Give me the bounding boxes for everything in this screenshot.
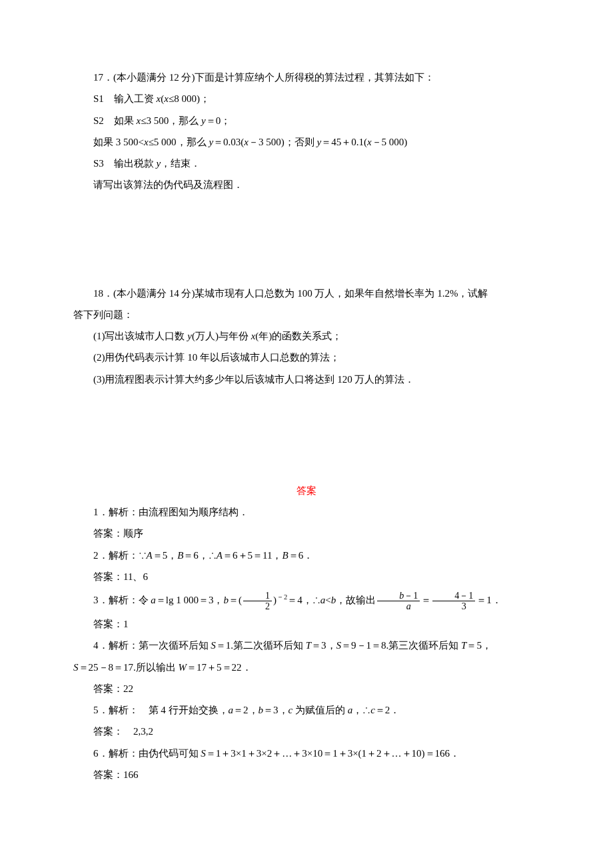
text: ＝25－8＝17.所以输出 <box>79 662 179 673</box>
a4-answer: 答案：22 <box>73 678 540 699</box>
text: ≤5 000，那么 <box>149 137 209 147</box>
var-x: x <box>164 93 169 104</box>
var-w: W <box>179 662 187 673</box>
text: ，故输出 <box>336 595 376 605</box>
var-s: S <box>336 640 342 651</box>
text: ，结束． <box>161 158 201 169</box>
q17-s2-cont: 如果 3 500<x≤5 000，那么 y＝0.03(x－3 500)；否则 y… <box>73 131 540 153</box>
text: ＝( <box>229 595 242 605</box>
text: ＝0.03( <box>213 137 244 147</box>
text: (万人)与年份 <box>192 331 251 341</box>
text: (1)写出该城市人口数 <box>93 331 187 341</box>
text: ＝2． <box>375 705 400 715</box>
text: S3 输出税款 <box>93 158 157 169</box>
q17-s1: S1 输入工资 x(x≤8 000)； <box>73 88 540 109</box>
text: 3．解析：令 <box>93 595 151 605</box>
numerator: 4－1 <box>432 591 475 601</box>
a2-answer: 答案：11、6 <box>73 566 540 587</box>
text: 5．解析： 第 4 行开始交换， <box>93 705 229 715</box>
text: ＝0； <box>206 115 231 126</box>
text: 4．解析：第一次循环后知 <box>93 640 211 651</box>
text: S2 如果 <box>93 115 137 126</box>
var-c: c <box>370 705 375 715</box>
var-s: S <box>211 640 216 651</box>
var-a: A <box>217 550 223 561</box>
answer-heading: 答案 <box>73 480 540 501</box>
q18-p3: (3)用流程图表示计算大约多少年以后该城市人口将达到 120 万人的算法． <box>73 369 540 390</box>
text: ＝1． <box>476 595 502 605</box>
q17-title: 17．(本小题满分 12 分)下面是计算应纳个人所得税的算法过程，其算法如下： <box>73 67 540 88</box>
a5-explanation: 5．解析： 第 4 行开始交换，a＝2，b＝3，c 为赋值后的 a，∴c＝2． <box>73 699 540 721</box>
text: ＝3， <box>311 640 336 651</box>
text: 2．解析：∵ <box>93 550 147 561</box>
text: －5 000) <box>372 137 408 147</box>
text: ≤8 000)； <box>169 93 210 104</box>
text: －1 <box>404 591 418 601</box>
text: ＝2， <box>233 705 259 715</box>
text: ＝45＋0.1( <box>321 137 367 147</box>
text: ＝lg 1 000＝3， <box>156 595 224 605</box>
q18-title-line2: 答下列问题： <box>73 304 540 325</box>
numerator: b－1 <box>377 591 420 601</box>
text: ＝1.第二次循环后知 <box>216 640 306 651</box>
text: S1 输入工资 <box>93 93 157 104</box>
var-b: b <box>223 595 229 605</box>
var-s: S <box>73 662 79 673</box>
text: 如果 3 500< <box>93 137 144 147</box>
text: ＝6，∴ <box>183 550 217 561</box>
text: ＝6＋5＝11， <box>223 550 282 561</box>
text: ＝5， <box>466 640 492 651</box>
a4-explanation-line1: 4．解析：第一次循环后知 S＝1.第二次循环后知 T＝3，S＝9－1＝8.第三次… <box>73 635 540 656</box>
a6-explanation: 6．解析：由伪代码可知 S＝1＋3×1＋3×2＋…＋3×10＝1＋3×(1＋2＋… <box>73 743 540 764</box>
var-a: a <box>151 595 156 605</box>
var-y: y <box>187 331 192 341</box>
text: ＝ <box>421 595 431 605</box>
text: －3 500)；否则 <box>249 137 317 147</box>
q17-s2: S2 如果 x≤3 500，那么 y＝0； <box>73 110 540 131</box>
denominator: 2 <box>243 601 272 611</box>
var-b: B <box>282 550 288 561</box>
q18-title-line1: 18．(本小题满分 14 分)某城市现有人口总数为 100 万人，如果年自然增长… <box>73 283 540 304</box>
a4-explanation-line2: S＝25－8＝17.所以输出 W＝17＋5＝22． <box>73 657 540 678</box>
var-b: B <box>177 550 183 561</box>
a1-explanation: 1．解析：由流程图知为顺序结构． <box>73 501 540 523</box>
a3-explanation: 3．解析：令 a＝lg 1 000＝3，b＝(12)－2＝4，∴a<b，故输出b… <box>73 587 540 613</box>
var-a: a <box>229 705 234 715</box>
text: ＝3， <box>263 705 289 715</box>
text: ＝5， <box>153 550 178 561</box>
var-t: T <box>306 640 311 651</box>
denominator: 3 <box>432 601 475 611</box>
var-b: b <box>259 705 264 715</box>
q17-ask: 请写出该算法的伪代码及流程图． <box>73 174 540 195</box>
var-x: x <box>367 137 372 147</box>
text: ，∴ <box>352 705 370 715</box>
a3-answer: 答案：1 <box>73 613 540 635</box>
fraction: 4－13 <box>432 591 475 612</box>
numerator: 1 <box>243 591 272 601</box>
var-a: A <box>147 550 153 561</box>
text: ＝4，∴ <box>287 595 320 605</box>
spacer <box>73 196 540 283</box>
a2-explanation: 2．解析：∵A＝5，B＝6，∴A＝6＋5＝11，B＝6． <box>73 545 540 566</box>
q17-s3: S3 输出税款 y，结束． <box>73 153 540 174</box>
var-x: x <box>144 137 149 147</box>
q18-p1: (1)写出该城市人口数 y(万人)与年份 x(年)的函数关系式； <box>73 325 540 347</box>
q18-p2: (2)用伪代码表示计算 10 年以后该城市人口总数的算法； <box>73 347 540 368</box>
denominator: a <box>377 601 420 611</box>
fraction: b－1a <box>377 591 420 612</box>
a1-answer: 答案：顺序 <box>73 523 540 544</box>
text: ＝9－1＝8.第三次循环后知 <box>341 640 461 651</box>
text: < <box>325 595 330 605</box>
spacer <box>73 390 540 480</box>
text: (年)的函数关系式； <box>255 331 342 341</box>
var-s: S <box>201 748 206 759</box>
a5-answer: 答案： 2,3,2 <box>73 721 540 742</box>
text: 为赋值后的 <box>293 705 348 715</box>
text: ＝6． <box>289 550 314 561</box>
a6-answer: 答案：166 <box>73 764 540 785</box>
text: ＝1＋3×1＋3×2＋…＋3×10＝1＋3×(1＋2＋…＋10)＝166． <box>206 748 460 759</box>
text: ＝17＋5＝22． <box>187 662 252 673</box>
var-x: x <box>244 137 249 147</box>
superscript: －2 <box>277 593 287 601</box>
text: ≤3 500，那么 <box>141 115 201 126</box>
